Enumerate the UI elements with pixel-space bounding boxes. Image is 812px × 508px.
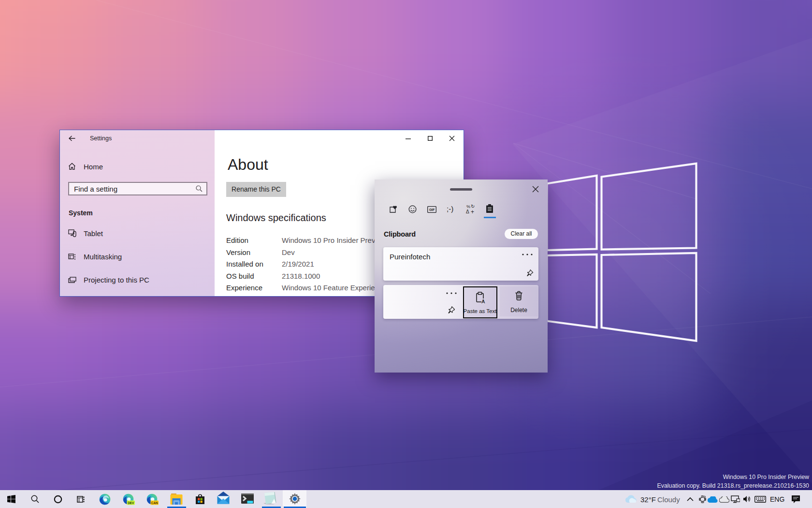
svg-text:CAN: CAN (151, 501, 158, 505)
svg-text:%: % (466, 204, 470, 209)
svg-text:A: A (481, 299, 485, 304)
svg-text:+: + (471, 209, 474, 214)
svg-text:GIF: GIF (429, 208, 435, 211)
svg-text:DEV: DEV (128, 501, 134, 505)
svg-text:Δ: Δ (466, 209, 469, 214)
